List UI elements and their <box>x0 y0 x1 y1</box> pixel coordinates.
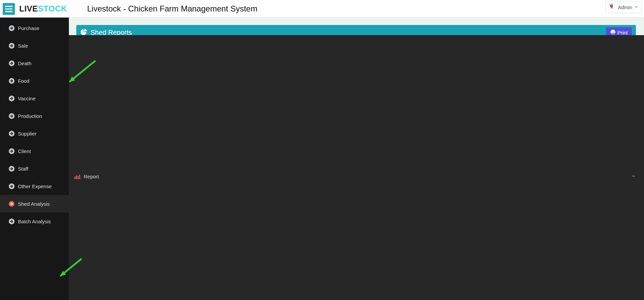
sidebar-item-label: Supplier <box>18 131 36 136</box>
admin-dropdown[interactable]: Admin <box>605 1 642 13</box>
sidebar-item-label: Production <box>18 113 42 119</box>
sidebar-item-staff[interactable]: Staff <box>0 160 69 177</box>
circle-arrow-right-icon <box>8 25 15 31</box>
sidebar-item-label: Client <box>18 148 31 154</box>
sidebar-item-production[interactable]: Production <box>0 107 69 125</box>
chevron-down-icon <box>635 6 638 8</box>
rooster-icon <box>609 3 615 11</box>
circle-arrow-right-icon <box>8 113 15 119</box>
logo-prefix: LIVE <box>19 4 38 13</box>
print-button-label: Print <box>617 30 628 35</box>
sidebar-item-label: Staff <box>18 166 28 172</box>
sidebar-item-client[interactable]: Client <box>0 142 69 160</box>
sidebar-item-label: Shed Analysis <box>18 201 50 207</box>
sidebar-item-vaccine[interactable]: Vaccine <box>0 90 69 107</box>
sidebar-item-other-expense[interactable]: Other Expense <box>0 177 69 195</box>
printer-icon <box>610 29 616 35</box>
sidebar-item-label: Sale <box>18 43 28 49</box>
hamburger-menu-icon[interactable] <box>3 3 15 15</box>
collapse-minus-icon[interactable]: − <box>632 173 635 180</box>
circle-arrow-right-icon <box>8 148 15 154</box>
sidebar-item-label: Batch Analysis <box>18 219 51 224</box>
circle-arrow-right-icon <box>8 43 15 49</box>
sidebar-item-label: Report <box>84 174 99 179</box>
page-title: Livestock - Chicken Farm Management Syst… <box>87 0 257 18</box>
logo-suffix: STOCK <box>38 4 67 13</box>
sidebar-item-sale[interactable]: Sale <box>0 37 69 54</box>
circle-arrow-right-icon <box>8 201 15 207</box>
circle-arrow-right-icon <box>8 96 15 101</box>
sidebar-item-label: Food <box>18 78 29 84</box>
circle-arrow-right-icon <box>8 183 15 189</box>
circle-arrow-right-icon <box>8 131 15 136</box>
circle-arrow-right-icon <box>8 78 15 84</box>
sidebar-nav: Sales+ Payments+ Expenses+ Report− Purch… <box>0 18 69 300</box>
admin-username: Admin <box>618 4 632 10</box>
circle-arrow-right-icon <box>8 60 15 66</box>
sidebar-item-batch-analysis[interactable]: Batch Analysis <box>0 212 69 230</box>
sidebar-item-label: Vaccine <box>18 96 35 101</box>
circle-arrow-right-icon <box>8 219 15 224</box>
sidebar-item-shed-analysis[interactable]: Shed Analysis <box>0 195 69 212</box>
sidebar-item-label: Death <box>18 60 31 66</box>
sidebar-item-label: Purchase <box>18 25 39 31</box>
sidebar-item-death[interactable]: Death <box>0 54 69 72</box>
sidebar-item-food[interactable]: Food <box>0 72 69 90</box>
sidebar-item-label: Other Expense <box>18 183 52 189</box>
app-logo[interactable]: LIVESTOCK <box>19 0 67 18</box>
sidebar-item-purchase[interactable]: Purchase <box>0 19 69 37</box>
circle-arrow-right-icon <box>8 166 15 172</box>
top-header: LIVESTOCK Livestock - Chicken Farm Manag… <box>0 0 644 18</box>
sidebar-item-report[interactable]: Report− <box>69 35 644 300</box>
sidebar-item-supplier[interactable]: Supplier <box>0 125 69 142</box>
bar-chart-icon <box>73 174 81 179</box>
